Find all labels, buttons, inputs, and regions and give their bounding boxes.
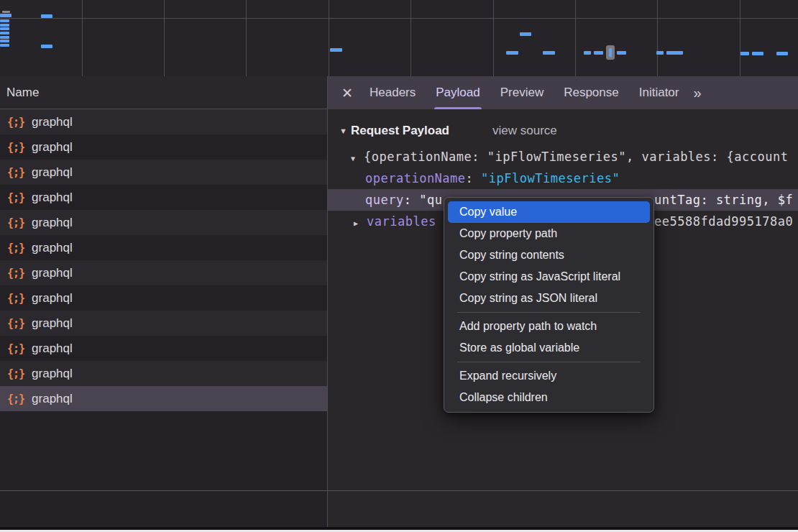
timeline-gridline: [657, 0, 658, 76]
footer-divider: [0, 490, 798, 491]
json-request-icon: {;}: [7, 242, 24, 254]
waterfall-bar: [584, 51, 591, 55]
waterfall-marker-bar: [609, 48, 612, 57]
menu-item-copy-property-path[interactable]: Copy property path: [448, 223, 650, 244]
menu-separator: [457, 312, 641, 313]
request-name-label: graphql: [32, 367, 73, 381]
waterfall-bar: [752, 52, 763, 55]
network-request-row[interactable]: {;}graphql: [0, 185, 327, 210]
network-request-row[interactable]: {;}graphql: [0, 109, 327, 134]
tab-initiator[interactable]: Initiator: [629, 76, 689, 109]
menu-item-copy-string-as-json-literal[interactable]: Copy string as JSON literal: [448, 288, 650, 309]
request-name-label: graphql: [32, 191, 73, 205]
waterfall-bar: [776, 52, 788, 55]
waterfall-bar: [41, 14, 52, 18]
request-name-label: graphql: [32, 165, 73, 180]
view-source-link[interactable]: view source: [492, 124, 557, 138]
menu-item-copy-string-as-javascript-literal[interactable]: Copy string as JavaScript literal: [448, 266, 650, 288]
waterfall-bar: [506, 51, 518, 55]
timeline-gridline: [740, 0, 740, 76]
network-request-row[interactable]: {;}graphql: [0, 361, 327, 386]
network-request-row[interactable]: {;}graphql: [0, 210, 327, 235]
payload-root-row[interactable]: ▼{operationName: "ipFlowTimeseries", var…: [328, 146, 798, 168]
waterfall-bar: [0, 44, 9, 47]
waterfall-bar: [0, 27, 9, 30]
tab-payload[interactable]: Payload: [426, 76, 490, 109]
json-request-icon: {;}: [7, 166, 24, 179]
waterfall-bar: [0, 24, 9, 27]
request-name-label: graphql: [32, 316, 73, 331]
menu-item-copy-value[interactable]: Copy value: [448, 201, 650, 223]
network-request-row[interactable]: {;}graphql: [0, 134, 327, 160]
timeline-gridline: [0, 18, 798, 19]
network-request-row[interactable]: {;}graphql: [0, 311, 327, 336]
request-payload-title: Request Payload: [351, 124, 449, 138]
timeline-gridline: [493, 0, 494, 76]
request-name-label: graphql: [32, 392, 73, 406]
waterfall-bar: [41, 45, 52, 48]
network-request-row[interactable]: {;}graphql: [0, 285, 327, 311]
request-name-label: graphql: [32, 291, 73, 306]
menu-item-add-property-path-to-watch[interactable]: Add property path to watch: [448, 316, 650, 337]
menu-item-store-as-global-variable[interactable]: Store as global variable: [448, 337, 650, 359]
waterfall-bar: [617, 51, 626, 55]
operation-name-value: "ipFlowTimeseries": [481, 171, 620, 185]
requests-table: Name {;}graphql{;}graphql{;}graphql{;}gr…: [0, 76, 328, 527]
network-request-row[interactable]: {;}graphql: [0, 386, 327, 411]
tab-preview[interactable]: Preview: [490, 76, 554, 109]
waterfall-bar: [2, 11, 10, 13]
request-name-label: graphql: [32, 140, 73, 155]
menu-item-expand-recursively[interactable]: Expand recursively: [448, 365, 650, 387]
triangle-down-icon: ▼: [339, 127, 351, 135]
request-name-label: graphql: [32, 266, 73, 280]
json-request-icon: {;}: [7, 317, 24, 330]
waterfall-bar: [0, 19, 9, 22]
waterfall-hover-marker: [606, 45, 615, 60]
timeline-gridline: [329, 0, 329, 76]
network-request-row[interactable]: {;}graphql: [0, 336, 327, 361]
timeline-gridline: [82, 0, 83, 76]
query-value-start: "qu: [419, 193, 442, 207]
network-overview-timeline[interactable]: [0, 0, 798, 77]
name-column-label: Name: [6, 86, 39, 100]
close-icon[interactable]: ✕: [335, 85, 359, 101]
request-name-label: graphql: [32, 115, 73, 129]
triangle-down-icon: ▼: [351, 148, 364, 168]
json-request-icon: {;}: [7, 367, 24, 380]
more-tabs-icon[interactable]: »: [693, 85, 700, 101]
network-request-row[interactable]: {;}graphql: [0, 260, 327, 285]
waterfall-bar: [0, 40, 9, 42]
waterfall-bar: [520, 32, 531, 36]
json-request-icon: {;}: [7, 393, 24, 405]
waterfall-bar: [740, 52, 749, 55]
devtools-network-panel: Name {;}graphql{;}graphql{;}graphql{;}gr…: [0, 0, 798, 532]
menu-separator: [457, 362, 641, 362]
waterfall-bar: [594, 51, 603, 55]
request-payload-section[interactable]: ▼ Request Payload view source: [328, 120, 798, 142]
waterfall-bar: [543, 51, 555, 55]
requests-list: {;}graphql{;}graphql{;}graphql{;}graphql…: [0, 109, 327, 411]
json-request-icon: {;}: [7, 342, 24, 355]
timeline-gridline: [164, 0, 165, 76]
json-request-icon: {;}: [7, 141, 24, 154]
context-menu: Copy valueCopy property pathCopy string …: [444, 197, 654, 413]
menu-item-collapse-children[interactable]: Collapse children: [448, 387, 650, 408]
timeline-gridline: [575, 0, 576, 76]
json-request-icon: {;}: [7, 292, 24, 305]
request-name-label: graphql: [32, 216, 73, 230]
details-tab-bar: ✕ HeadersPayloadPreviewResponseInitiator…: [328, 76, 798, 109]
tab-response[interactable]: Response: [554, 76, 629, 109]
json-request-icon: {;}: [7, 267, 24, 280]
waterfall-bar: [0, 14, 12, 17]
tab-headers[interactable]: Headers: [359, 76, 426, 109]
timeline-gridline: [246, 0, 247, 76]
menu-item-copy-string-contents[interactable]: Copy string contents: [448, 244, 650, 266]
network-request-row[interactable]: {;}graphql: [0, 235, 327, 260]
triangle-right-icon: ▶: [354, 213, 367, 232]
payload-row-operation-name[interactable]: operationName: "ipFlowTimeseries": [328, 168, 798, 189]
name-column-header[interactable]: Name: [0, 76, 327, 109]
network-request-row[interactable]: {;}graphql: [0, 160, 327, 185]
payload-preview-text: {operationName: "ipFlowTimeseries", vari…: [364, 150, 788, 164]
variables-value-fragment: ee5588fdad995178a0: [654, 211, 793, 232]
waterfall-bar: [0, 36, 9, 39]
